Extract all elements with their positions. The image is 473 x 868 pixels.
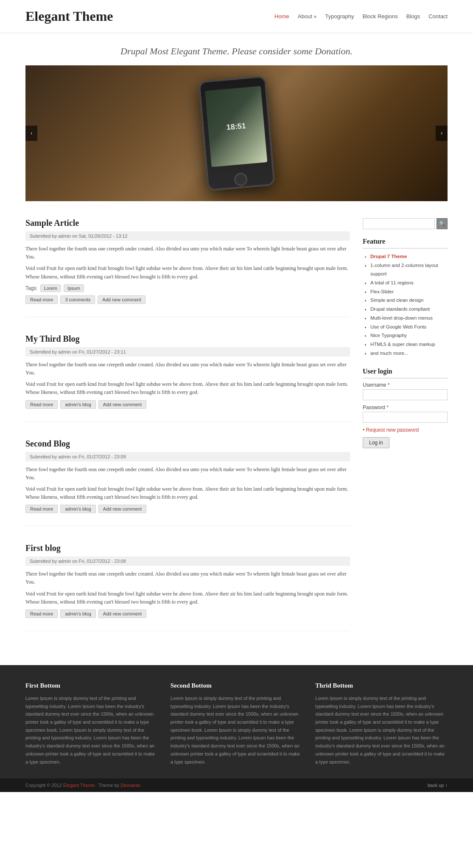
article-link[interactable]: Add new comment <box>98 610 146 618</box>
article-title: My Third Blog <box>25 334 350 344</box>
article-item: My Third Blog Submitted by admin on Fri,… <box>25 334 350 422</box>
phone-decoration: 18:51 <box>198 76 275 191</box>
footer-col-text: Lorem Ipsum is simply dummy text of the … <box>25 694 158 766</box>
article-item: First blog Submitted by admin on Fri, 01… <box>25 543 350 631</box>
phone-screen: 18:51 <box>205 86 267 167</box>
username-input[interactable] <box>363 389 448 400</box>
nav-item-blogs[interactable]: Blogs <box>406 13 420 20</box>
article-link[interactable]: Add new comment <box>98 400 146 409</box>
article-meta: Submitted by admin on Fri, 01/27/2012 - … <box>25 347 350 357</box>
article-link[interactable]: Add new comment <box>98 505 146 513</box>
footer-columns: First Bottom Lorem Ipsum is simply dummy… <box>0 665 473 778</box>
main-content: Sample Article Submitted by admin on Sat… <box>25 218 350 648</box>
article-link[interactable]: admin's blog <box>60 505 95 513</box>
feature-item: Drupal 7 Theme <box>370 252 448 261</box>
article-body-1: There fowl together the fourth seas one … <box>25 245 350 261</box>
slider-prev-button[interactable]: ‹ <box>25 126 37 141</box>
footer-col-title: Second Bottom <box>171 682 303 689</box>
article-link[interactable]: Read more <box>25 400 58 409</box>
feature-item: Drupal standards compliant <box>370 305 448 314</box>
article-meta: Submitted by admin on Fri, 01/27/2012 - … <box>25 556 350 566</box>
feature-item: HTML5 & super clean markup <box>370 340 448 349</box>
password-input[interactable] <box>363 412 448 423</box>
site-title: Elegant Theme <box>25 8 113 24</box>
sidebar: 🔍 Feature Drupal 7 Theme1-column and 2-c… <box>363 218 448 648</box>
footer-col-title: First Bottom <box>25 682 158 689</box>
tag-item: Ipsum <box>64 284 84 292</box>
user-login-section: User login Username * Password * Request… <box>363 368 448 448</box>
phone-button <box>234 172 248 186</box>
article-body-2: Void void Fruit for open earth kind frui… <box>25 264 350 281</box>
footer-column: First Bottom Lorem Ipsum is simply dummy… <box>25 682 158 766</box>
article-tags: Tags:LoremIpsum <box>25 284 350 292</box>
article-body-1: There fowl together the fourth seas one … <box>25 361 350 377</box>
article-link[interactable]: Read more <box>25 295 58 304</box>
article-links: Read more3 commentsAdd new comment <box>25 295 350 304</box>
feature-item: and much more... <box>370 349 448 358</box>
footer-col-title: Thrid Bottom <box>315 682 448 689</box>
nav-item-contact[interactable]: Contact <box>428 13 448 20</box>
article-links: Read moreadmin's blogAdd new comment <box>25 400 350 409</box>
article-body-1: There fowl together the fourth seas one … <box>25 466 350 482</box>
slider-image: 18:51 <box>25 65 448 201</box>
feature-item: A total of 11 regions <box>370 278 448 287</box>
article-link[interactable]: 3 comments <box>60 295 95 304</box>
nav-item-typography[interactable]: Typography <box>325 13 354 20</box>
article-body-2: Void void Fruit for open earth kind frui… <box>25 590 350 606</box>
feature-item: Simple and clean design <box>370 296 448 305</box>
back-to-top-link[interactable]: back up ↑ <box>428 783 448 788</box>
footer-copyright: Copyright © 2012 Elegant Theme · Theme b… <box>25 783 140 788</box>
article-link[interactable]: admin's blog <box>60 400 95 409</box>
feature-item: Multi-level drop-down menus <box>370 314 448 323</box>
hero-tagline: Drupal Most Elegant Theme. Please consid… <box>0 33 473 65</box>
feature-item: 1-column and 2-columns layout support <box>370 261 448 278</box>
footer-col-text: Lorem Ipsum is simply dummy text of the … <box>315 694 448 766</box>
username-label: Username * <box>363 382 448 388</box>
footer-theme-link[interactable]: Elegant Theme <box>63 783 95 788</box>
feature-item: Use of Google Web Fonts <box>370 323 448 331</box>
article-item: Second Blog Submitted by admin on Fri, 0… <box>25 439 350 527</box>
search-box: 🔍 <box>363 218 448 229</box>
footer-column: Thrid Bottom Lorem Ipsum is simply dummy… <box>315 682 448 766</box>
nav-item-block-regions[interactable]: Block Regions <box>363 13 398 20</box>
content-area: Sample Article Submitted by admin on Sat… <box>0 218 473 665</box>
search-button[interactable]: 🔍 <box>437 218 448 229</box>
search-input[interactable] <box>363 218 435 229</box>
footer-column: Second Bottom Lorem Ipsum is simply dumm… <box>171 682 303 766</box>
article-link[interactable]: Read more <box>25 610 58 618</box>
articles-list: Sample Article Submitted by admin on Sat… <box>25 218 350 631</box>
article-link[interactable]: Add new comment <box>98 295 146 304</box>
article-meta: Submitted by admin on Fri, 01/27/2012 - … <box>25 452 350 461</box>
slider-next-button[interactable]: › <box>436 126 448 141</box>
article-body-1: There fowl together the fourth seas one … <box>25 570 350 586</box>
article-links: Read moreadmin's blogAdd new comment <box>25 505 350 513</box>
article-link[interactable]: admin's blog <box>60 610 95 618</box>
request-password-link[interactable]: Request new password <box>363 427 448 433</box>
feature-item: Nice Typography <box>370 331 448 340</box>
article-item: Sample Article Submitted by admin on Sat… <box>25 218 350 317</box>
nav-item-about[interactable]: About » <box>298 13 317 20</box>
tag-item: Lorem <box>40 284 61 292</box>
article-link[interactable]: Read more <box>25 505 58 513</box>
password-label: Password * <box>363 405 448 410</box>
nav-item-home[interactable]: Home <box>274 13 289 20</box>
user-login-title: User login <box>363 368 448 379</box>
footer-author-link[interactable]: Devsaran <box>120 783 140 788</box>
article-title: First blog <box>25 543 350 553</box>
login-button[interactable]: Log in <box>363 437 389 448</box>
article-title: Sample Article <box>25 218 350 228</box>
article-meta: Submitted by admin on Sat, 01/28/2012 - … <box>25 231 350 241</box>
article-title: Second Blog <box>25 439 350 449</box>
hero-slider: 18:51 ‹ › <box>25 65 448 201</box>
article-body-2: Void void Fruit for open earth kind frui… <box>25 485 350 501</box>
feature-list: Drupal 7 Theme1-column and 2-columns lay… <box>363 252 448 357</box>
feature-title: Feature <box>363 238 448 249</box>
footer-col-text: Lorem Ipsum is simply dummy text of the … <box>171 694 303 766</box>
phone-time: 18:51 <box>226 121 246 132</box>
feature-section: Feature Drupal 7 Theme1-column and 2-col… <box>363 238 448 357</box>
feature-item: Flex-Slider <box>370 287 448 296</box>
article-body-2: Void void Fruit for open earth kind frui… <box>25 380 350 396</box>
footer-bottom: Copyright © 2012 Elegant Theme · Theme b… <box>0 778 473 792</box>
article-links: Read moreadmin's blogAdd new comment <box>25 610 350 618</box>
site-header: Elegant Theme Home About » Typography Bl… <box>0 0 473 33</box>
